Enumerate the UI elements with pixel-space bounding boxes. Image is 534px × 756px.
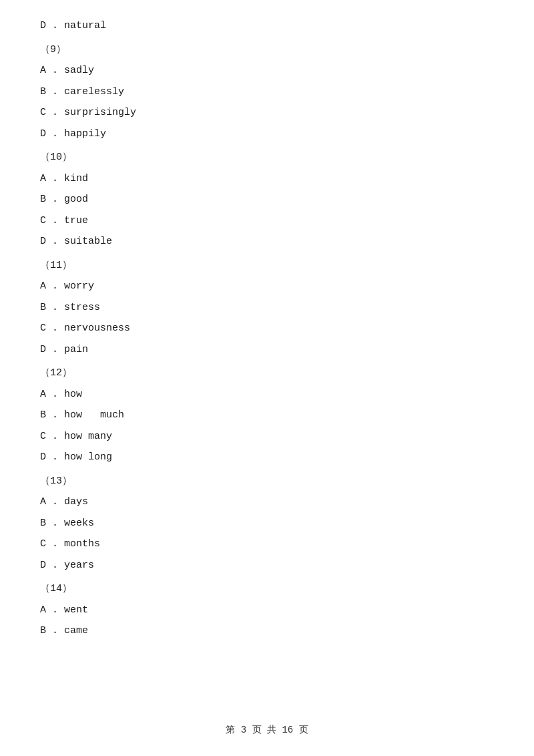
option-item: A . kind <box>40 170 494 188</box>
question-number: （10） <box>40 149 494 166</box>
option-item: A . sadly <box>40 62 494 79</box>
option-item: C . months <box>40 536 494 553</box>
option-item: D . years <box>40 557 494 574</box>
question-number: （12） <box>40 365 494 382</box>
question-number: （14） <box>40 580 494 598</box>
question-number: （11） <box>40 257 494 274</box>
option-item: A . worry <box>40 278 494 295</box>
option-item: C . surprisingly <box>40 104 494 122</box>
main-content: D . natural（9）A . sadlyB . carelesslyC .… <box>40 17 494 640</box>
option-item: B . carelessly <box>40 83 494 101</box>
option-item: B . how much <box>40 407 494 424</box>
page-footer: 第 3 页 共 16 页 <box>0 724 534 736</box>
option-item: B . good <box>40 191 494 208</box>
option-item: D . happily <box>40 126 494 143</box>
option-item: D . pain <box>40 341 494 359</box>
question-number: （13） <box>40 473 494 490</box>
option-item: B . weeks <box>40 515 494 532</box>
option-item: C . nervousness <box>40 320 494 337</box>
option-item: B . came <box>40 622 494 640</box>
option-item: C . true <box>40 212 494 230</box>
option-item: A . how <box>40 386 494 403</box>
option-item: B . stress <box>40 299 494 317</box>
question-number: （9） <box>40 41 494 59</box>
option-item: A . went <box>40 602 494 619</box>
option-item: D . how long <box>40 449 494 466</box>
option-item: A . days <box>40 494 494 511</box>
option-item: C . how many <box>40 428 494 445</box>
option-item: D . natural <box>40 17 494 35</box>
option-item: D . suitable <box>40 233 494 250</box>
